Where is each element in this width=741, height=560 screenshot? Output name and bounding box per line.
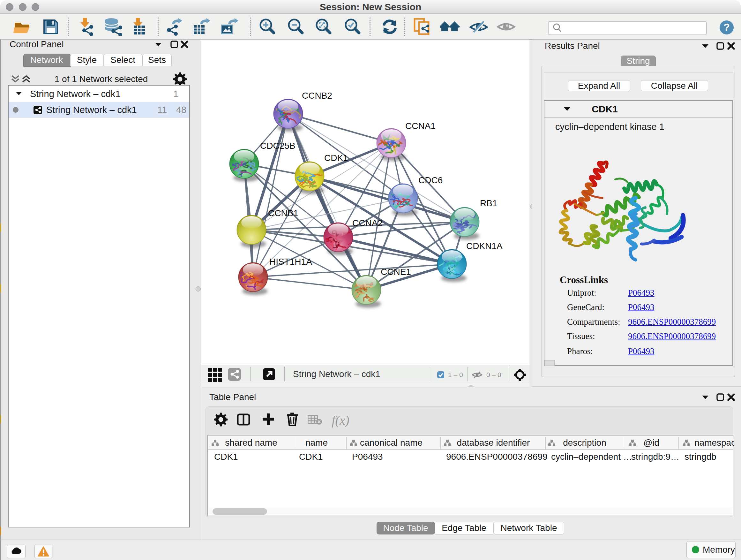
svg-text:RB1: RB1 — [480, 198, 497, 208]
svg-text:CCNA2: CCNA2 — [352, 218, 383, 228]
svg-text:?: ? — [724, 21, 730, 33]
svg-text:CDKN1A: CDKN1A — [466, 241, 502, 251]
svg-text:CDC6: CDC6 — [418, 175, 443, 185]
svg-text:CCNB2: CCNB2 — [302, 91, 332, 101]
svg-text:HIST1H1A: HIST1H1A — [269, 257, 312, 266]
svg-text:CCNA1: CCNA1 — [405, 121, 435, 131]
svg-text:CDC25B: CDC25B — [260, 141, 295, 151]
svg-text:CCNE1: CCNE1 — [381, 267, 411, 277]
svg-text:CCNB1: CCNB1 — [268, 208, 298, 218]
svg-text:CDK1: CDK1 — [324, 153, 348, 163]
